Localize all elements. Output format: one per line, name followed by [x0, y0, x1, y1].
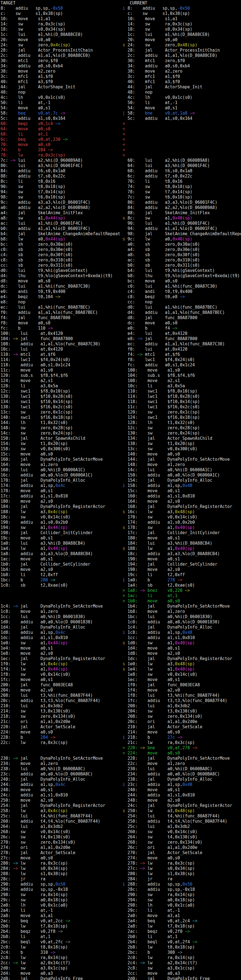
- instruction-mnemonic: ori: [147, 845, 155, 850]
- current-line: 298: lh v0,0x1c(a0): [123, 903, 241, 908]
- current-line: 1b8: move a1,zero: [123, 609, 241, 614]
- instruction-args: s0,a0: [38, 37, 50, 42]
- instruction-args: DynaPolyInfo_Alloc: [41, 777, 86, 782]
- instruction-address: 130:: [0, 394, 11, 399]
- instruction-mnemonic: sw: [147, 835, 152, 840]
- instruction-address: 2a8:: [0, 913, 11, 918]
- instruction-mnemonic: sw: [18, 195, 23, 200]
- current-line: 14: sw ra,0x3c(sp): [123, 22, 241, 27]
- instruction-args: a1,: [168, 640, 175, 646]
- instruction-address: 40:: [128, 79, 135, 84]
- target-line: 2d0: sw a3,0x1c(sp): [0, 966, 122, 971]
- instruction-args: at,-1: [165, 100, 177, 105]
- instruction-args: a0,s1: [165, 105, 177, 110]
- target-line: 244: addiu a1,sp,0x4c: [0, 782, 122, 788]
- diff-row: 50: li at,-1 50: li at,-1: [0, 100, 241, 105]
- instruction-args: t8,0x16: [165, 179, 182, 184]
- diff-marker: s: [123, 662, 125, 667]
- instruction-mnemonic: move: [147, 751, 157, 756]
- current-line: 74: sw t8,0x18(sp): [123, 184, 241, 189]
- instruction-mnemonic: addiu: [147, 782, 160, 787]
- instruction-address: f4:: [0, 315, 8, 320]
- instruction-address: 1c8:: [0, 609, 11, 614]
- instruction-args: a2,v0: [41, 688, 53, 693]
- instruction-args: zero,0x134(s0): [41, 714, 75, 719]
- instruction-address: 280:: [128, 871, 137, 876]
- instruction-mnemonic: addiu: [21, 698, 33, 703]
- instruction-address: 90:: [128, 221, 135, 226]
- instruction-mnemonic: beqz: [147, 929, 157, 934]
- instruction-mnemonic: lui: [145, 32, 152, 37]
- instruction-address: 150:: [0, 436, 11, 441]
- instruction-mnemonic: b: [147, 578, 150, 582]
- instruction-args: zero,0x134(s0): [168, 840, 202, 845]
- instruction-address: 230:: [128, 766, 137, 771]
- diff-row: 264: lui a1,0x3db2 25c: lui a1,0x3db2: [0, 824, 241, 829]
- target-line: 25c: lui t4,%hi(func_80A87F44): [0, 813, 122, 819]
- instruction-address: 2d8:: [0, 976, 11, 980]
- diff-row: 288: lw s1,0x38(sp) 280: lw s1,0x38(sp): [0, 871, 241, 877]
- instruction-args: a3,0x5a: [41, 383, 58, 388]
- instruction-mnemonic: sw: [147, 410, 152, 415]
- asm-diff-terminal: TARGET CURRENT 8: addiu sp,sp,-0x58i 8: …: [0, 0, 241, 980]
- instruction-args: 280: [41, 578, 48, 582]
- instruction-address: 150:: [128, 473, 137, 477]
- instruction-args: SkelAnime_ChangeAnimDefaultRepeat: [165, 231, 241, 236]
- instruction-address: 1c4:: [0, 604, 11, 609]
- instruction-address: 164:: [0, 462, 11, 467]
- instruction-mnemonic: li: [147, 383, 152, 388]
- instruction-args: sp,sp,-0x18: [41, 887, 68, 892]
- diff-row: a4: jal SkelAnime_InitFlex 88: jal SkelA…: [0, 210, 241, 216]
- diff-row: 128: li a3,0x5a 10c: li a3,0x5a: [0, 383, 241, 389]
- diff-row: 298: sw ra,0x14(sp) 290: sw ra,0x14(sp): [0, 892, 241, 897]
- instruction-address: e4:: [128, 331, 135, 336]
- instruction-args: t1,0x20(sp): [41, 441, 68, 446]
- instruction-args: -0x58: [51, 6, 63, 11]
- diff-row: 218: sw zero,0x134(s0) 208: sw zero,0x13…: [0, 714, 241, 719]
- instruction-address: 27c:: [0, 856, 11, 861]
- instruction-args: DynaPolyInfo_SetActorMove: [168, 604, 230, 609]
- current-line: 280: lw s1,0x38(sp): [123, 871, 241, 877]
- target-column-header: TARGET: [0, 0, 122, 6]
- instruction-address: 2ac:: [0, 918, 11, 923]
- instruction-args: a1,zero: [41, 761, 58, 766]
- diff-row: 130: lwc1 $f10,0x28(s0) 114: lwc1 $f10,0…: [0, 394, 241, 399]
- instruction-args: DynaPolyInfo_RegisterActor: [41, 504, 105, 509]
- instruction-args: t3,0x130(s0): [168, 709, 197, 714]
- diff-row: 148: sw zero,0x28(sp) 12c: sw zero,0x28(…: [0, 425, 241, 431]
- current-line: 20: move s0,a0: [123, 37, 241, 43]
- instruction-address: 260:: [0, 819, 11, 824]
- instruction-args: SkelAnime_InitFlex: [165, 210, 210, 215]
- instruction-mnemonic: sw: [21, 441, 26, 446]
- instruction-mnemonic: move: [21, 730, 30, 735]
- target-line: 1b0: jal Collider_SetCylinder: [0, 562, 122, 567]
- instruction-args: zero,0x28(sp): [168, 425, 200, 430]
- target-line: 94: sw t7,0x14(sp): [0, 189, 122, 195]
- instruction-mnemonic: addiu: [21, 363, 33, 368]
- instruction-mnemonic: jal: [147, 756, 155, 761]
- instruction-address: 2c:: [128, 53, 135, 58]
- instruction-mnemonic: sw: [142, 11, 147, 16]
- instruction-address: 244:: [128, 792, 137, 797]
- instruction-address: 184:: [128, 541, 137, 546]
- instruction-mnemonic: addiu: [147, 630, 160, 635]
- instruction-mnemonic: move: [147, 462, 157, 467]
- instruction-mnemonic: mtc1: [145, 352, 155, 357]
- instruction-address: 2a0:: [128, 913, 137, 918]
- instruction-args: s0,0x34(sp): [168, 866, 195, 871]
- current-line: dc: move a0,s0: [123, 320, 241, 326]
- diff-row: c4: sb zero,0x30f(s0) a8: sb zero,0x30f(…: [0, 252, 241, 258]
- target-line: 40: mfc1 a3,$f0: [0, 79, 122, 84]
- current-line: 78: sw t7,0x14(sp): [123, 189, 241, 195]
- instruction-args: sp,sp,: [163, 6, 177, 11]
- instruction-mnemonic: move: [147, 761, 157, 766]
- instruction-address: 1c:: [128, 32, 135, 37]
- instruction-args: a3,: [41, 662, 48, 667]
- instruction-args: s1,0x38(sp): [35, 11, 63, 16]
- target-line: 250: move a2,s0: [0, 798, 122, 803]
- target-line: 238: lui a0,%hi(D_0600BA8C): [0, 766, 122, 772]
- current-line: 11c: lwc1 $f16,0x2c(s0): [123, 404, 241, 410]
- diff-row: 250: move a2,s0 248: move a2,s0: [0, 798, 241, 803]
- instruction-args: t3,t3,%lo(func_80A87F44): [41, 698, 101, 703]
- target-line: [0, 745, 122, 751]
